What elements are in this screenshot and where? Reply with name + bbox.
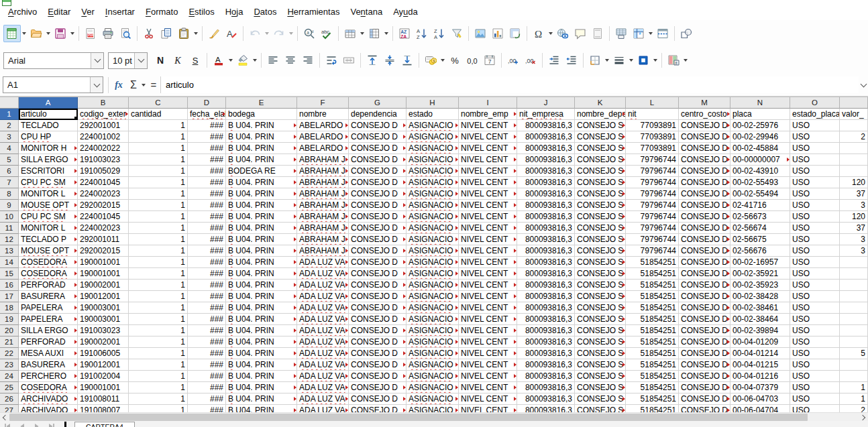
- highlight-color-button[interactable]: [234, 52, 252, 69]
- cell-M8[interactable]: CONSEJO D: [679, 188, 730, 200]
- cell-P6[interactable]: [840, 166, 868, 177]
- cell-C7[interactable]: 1: [129, 177, 188, 188]
- cell-B2[interactable]: 292001001: [78, 120, 129, 131]
- cell-L10[interactable]: 79796744: [626, 211, 679, 223]
- row-header-17[interactable]: 17: [0, 291, 19, 302]
- cell-P19[interactable]: [840, 314, 868, 325]
- cell-I13[interactable]: NIVEL CENT: [459, 245, 517, 257]
- format-number-button[interactable]: 0,0: [464, 52, 481, 69]
- cell-J3[interactable]: 800093816,3: [517, 131, 575, 143]
- cell-E26[interactable]: B U04. PRIN: [226, 393, 297, 405]
- cell-H15[interactable]: ASIGNACIO: [406, 268, 459, 280]
- selection-handle[interactable]: [74, 117, 78, 120]
- cell-D17[interactable]: ###: [188, 291, 226, 302]
- cell-L25[interactable]: 51854251: [626, 382, 679, 393]
- cell-G15[interactable]: CONSEJO D: [349, 268, 406, 280]
- cell-P11[interactable]: 37: [840, 223, 868, 234]
- cell-A26[interactable]: ARCHIVADO: [19, 393, 78, 405]
- cell-B3[interactable]: 224001002: [78, 131, 129, 143]
- cell-D4[interactable]: ###: [188, 143, 226, 154]
- row-header-25[interactable]: 25: [0, 382, 19, 393]
- hyperlink-button[interactable]: [554, 25, 572, 42]
- cell-G11[interactable]: CONSEJO D: [349, 223, 406, 234]
- cell-L19[interactable]: 51854251: [626, 314, 679, 325]
- column-header-L[interactable]: L: [626, 97, 679, 109]
- cell-C1[interactable]: cantidad: [129, 109, 188, 120]
- cell-D12[interactable]: ###: [188, 234, 226, 245]
- cell-L5[interactable]: 79796744: [626, 154, 679, 166]
- cell-A7[interactable]: CPU PC SM: [19, 177, 78, 188]
- cell-L1[interactable]: nit: [626, 109, 679, 120]
- add-decimal-button[interactable]: ,00: [504, 52, 522, 69]
- cell-C16[interactable]: 1: [129, 280, 188, 291]
- insert-row-dropdown[interactable]: [359, 25, 366, 42]
- cell-F13[interactable]: ABRAHAM J: [297, 245, 349, 257]
- cell-M14[interactable]: CONSEJO D: [679, 257, 730, 268]
- cell-M4[interactable]: CONSEJO D: [679, 143, 730, 154]
- insert-image-button[interactable]: [472, 25, 489, 42]
- cell-M15[interactable]: CONSEJO D: [679, 268, 730, 280]
- font-size-combo[interactable]: 10 pt: [108, 52, 148, 69]
- cell-G7[interactable]: CONSEJO D: [349, 177, 406, 188]
- column-header-B[interactable]: B: [78, 97, 129, 109]
- cell-E4[interactable]: B U04. PRIN: [226, 143, 297, 154]
- cell-O9[interactable]: USO: [790, 200, 840, 211]
- cell-H21[interactable]: ASIGNACIO: [406, 337, 459, 348]
- cell-C5[interactable]: 1: [129, 154, 188, 166]
- next-sheet-button[interactable]: [30, 422, 44, 427]
- align-top-button[interactable]: [364, 52, 381, 69]
- cell-G5[interactable]: CONSEJO D: [349, 154, 406, 166]
- name-box-dropdown[interactable]: [90, 77, 103, 93]
- sum-button[interactable]: Σ: [127, 77, 140, 93]
- menu-insertar[interactable]: Insertar: [100, 4, 140, 20]
- cell-C6[interactable]: 1: [129, 166, 188, 177]
- cell-C17[interactable]: 1: [129, 291, 188, 302]
- cell-F15[interactable]: ADA LUZ VA: [297, 268, 349, 280]
- cell-I7[interactable]: NIVEL CENT: [459, 177, 517, 188]
- cell-K26[interactable]: CONSEJO S: [575, 393, 626, 405]
- cell-K18[interactable]: CONSEJO S: [575, 302, 626, 314]
- cell-I9[interactable]: NIVEL CENT: [459, 200, 517, 211]
- cell-B10[interactable]: 224001045: [78, 211, 129, 223]
- cell-A24[interactable]: PERCHERO: [19, 371, 78, 382]
- cell-F9[interactable]: ABRAHAM J: [297, 200, 349, 211]
- bold-button[interactable]: N: [152, 52, 169, 69]
- cell-P7[interactable]: 120: [840, 177, 868, 188]
- new-button[interactable]: [3, 25, 21, 42]
- cell-L9[interactable]: 79796744: [626, 200, 679, 211]
- cell-P18[interactable]: [840, 302, 868, 314]
- cell-O7[interactable]: USO: [790, 177, 840, 188]
- cell-E1[interactable]: bodega: [226, 109, 297, 120]
- borders-dropdown[interactable]: [604, 52, 610, 69]
- cell-D22[interactable]: ###: [188, 348, 226, 359]
- cell-I18[interactable]: NIVEL CENT: [459, 302, 517, 314]
- horizontal-scrollbar[interactable]: [0, 412, 868, 422]
- cell-J24[interactable]: 800093816,3: [517, 371, 575, 382]
- cell-I10[interactable]: NIVEL CENT: [459, 211, 517, 223]
- cell-F17[interactable]: ADA LUZ VA: [297, 291, 349, 302]
- cell-C19[interactable]: 1: [129, 314, 188, 325]
- cell-N4[interactable]: 00-02-45884: [730, 143, 790, 154]
- cell-D10[interactable]: ###: [188, 211, 226, 223]
- cell-A16[interactable]: PERFORAD: [19, 280, 78, 291]
- cell-C23[interactable]: 1: [129, 359, 188, 371]
- cell-P3[interactable]: 2: [840, 131, 868, 143]
- cell-L20[interactable]: 51854251: [626, 325, 679, 337]
- column-header-F[interactable]: F: [297, 97, 349, 109]
- cell-K25[interactable]: CONSEJO S: [575, 382, 626, 393]
- cell-D19[interactable]: ###: [188, 314, 226, 325]
- cell-J15[interactable]: 800093816,3: [517, 268, 575, 280]
- cell-J21[interactable]: 800093816,3: [517, 337, 575, 348]
- cell-K13[interactable]: CONSEJO S: [575, 245, 626, 257]
- format-currency-dropdown[interactable]: [439, 52, 446, 69]
- cell-H26[interactable]: ASIGNACIO: [406, 393, 459, 405]
- cell-I14[interactable]: NIVEL CENT: [459, 257, 517, 268]
- sheet-tab-cartera4[interactable]: CARTERA4: [74, 422, 135, 427]
- cell-F19[interactable]: ADA LUZ VA: [297, 314, 349, 325]
- cell-I12[interactable]: NIVEL CENT: [459, 234, 517, 245]
- cell-I2[interactable]: NIVEL CENT: [459, 120, 517, 131]
- row-header-11[interactable]: 11: [0, 223, 19, 234]
- cell-I20[interactable]: NIVEL CENT: [459, 325, 517, 337]
- cell-G9[interactable]: CONSEJO D: [349, 200, 406, 211]
- cell-M10[interactable]: CONSEJO D: [679, 211, 730, 223]
